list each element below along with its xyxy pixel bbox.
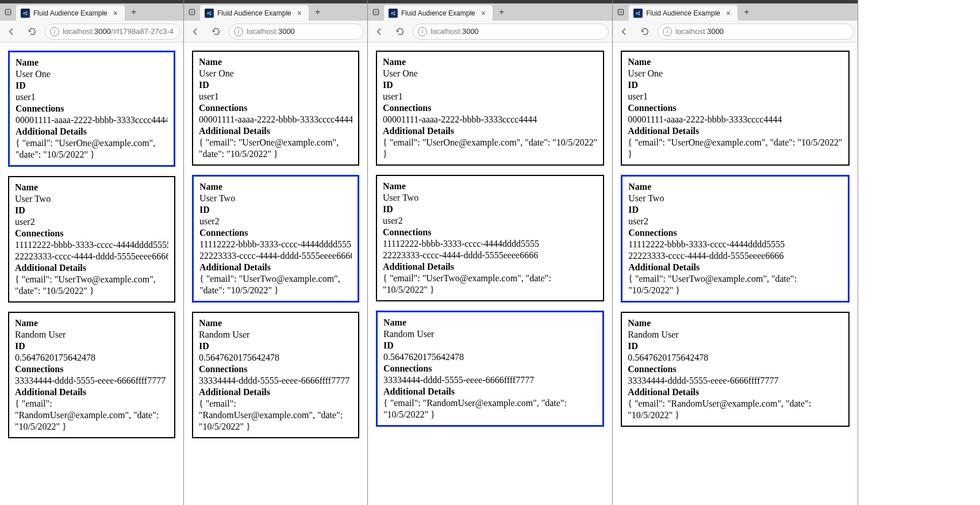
field-value: 0.5647620175642478	[628, 352, 842, 364]
field-label: Connections	[628, 364, 842, 375]
tab-strip: Fluid Audience Example×+	[368, 3, 612, 21]
close-tab-button[interactable]: ×	[724, 9, 733, 18]
field-label: Name	[628, 56, 842, 68]
svg-point-7	[210, 14, 212, 16]
site-info-icon[interactable]: i	[234, 27, 243, 36]
svg-point-15	[639, 14, 640, 16]
address-bar[interactable]: ilocalhost:3000	[413, 24, 609, 40]
field-value: 11112222-bbbb-3333-cccc-4444dddd5555	[628, 239, 841, 250]
field-value: { "email": "UserTwo@example.com", "date"…	[15, 274, 168, 297]
site-info-icon[interactable]: i	[50, 27, 59, 36]
new-tab-button[interactable]: +	[495, 5, 509, 19]
user-card[interactable]: NameUser OneIDuser1Connections00001111-a…	[8, 51, 175, 167]
page-content: NameUser OneIDuser1Connections00001111-a…	[368, 43, 612, 505]
url-text: localhost:3000	[675, 27, 724, 36]
address-bar[interactable]: ilocalhost:3000	[658, 24, 854, 40]
field-label: Additional Details	[199, 262, 352, 273]
field-value: 00001111-aaaa-2222-bbbb-3333cccc4444	[383, 114, 597, 125]
user-card[interactable]: NameUser TwoIDuser2Connections11112222-b…	[376, 175, 604, 301]
address-bar[interactable]: ilocalhost:3000	[229, 24, 364, 40]
browser-tab[interactable]: Fluid Audience Example×	[629, 5, 737, 21]
close-tab-button[interactable]: ×	[111, 9, 120, 18]
refresh-button[interactable]	[637, 24, 653, 40]
field-value: Random User	[199, 329, 352, 341]
field-value: User One	[16, 68, 168, 80]
tab-actions-button[interactable]	[186, 6, 198, 18]
address-bar[interactable]: ilocalhost:3000/#f1798a87-27c3-4	[45, 24, 180, 40]
tab-actions-button[interactable]	[370, 6, 382, 18]
field-value: user1	[199, 91, 352, 102]
user-card[interactable]: NameRandom UserID0.5647620175642478Conne…	[376, 311, 604, 427]
field-value: 00001111-aaaa-2222-bbbb-3333cccc4444	[199, 114, 352, 125]
field-value: 22223333-cccc-4444-dddd-5555eeee6666	[628, 250, 841, 262]
user-card[interactable]: NameRandom UserID0.5647620175642478Conne…	[192, 312, 359, 438]
browser-tab[interactable]: Fluid Audience Example×	[200, 5, 309, 21]
user-card[interactable]: NameRandom UserID0.5647620175642478Conne…	[621, 312, 849, 427]
field-value: User Two	[199, 193, 352, 204]
user-card[interactable]: NameUser TwoIDuser2Connections11112222-b…	[621, 175, 849, 303]
close-tab-button[interactable]: ×	[479, 9, 488, 18]
back-button[interactable]	[616, 24, 632, 40]
field-value: { "email": "UserTwo@example.com", "date"…	[199, 273, 352, 296]
field-value: 33334444-dddd-5555-eeee-6666ffff7777	[628, 375, 842, 387]
svg-rect-4	[189, 9, 194, 14]
field-value: 22223333-cccc-4444-dddd-5555eeee6666	[15, 251, 168, 262]
tab-title: Fluid Audience Example	[33, 9, 107, 17]
refresh-button[interactable]	[208, 24, 224, 40]
field-value: { "email": "UserTwo@example.com", "date"…	[383, 273, 597, 296]
refresh-button[interactable]	[392, 24, 408, 40]
user-card[interactable]: NameUser TwoIDuser2Connections11112222-b…	[8, 176, 175, 303]
field-label: ID	[15, 341, 168, 352]
field-label: Connections	[383, 363, 597, 374]
svg-point-14	[639, 12, 640, 13]
field-value: 33334444-dddd-5555-eeee-6666ffff7777	[15, 375, 168, 387]
field-value: Random User	[628, 329, 842, 341]
field-value: User One	[383, 68, 597, 79]
svg-point-10	[394, 12, 395, 13]
page-content: NameUser OneIDuser1Connections00001111-a…	[613, 43, 857, 505]
tab-strip: Fluid Audience Example×+	[0, 3, 183, 21]
toolbar: ilocalhost:3000	[368, 21, 612, 43]
field-label: Connections	[628, 227, 841, 239]
field-value: 22223333-cccc-4444-dddd-5555eeee6666	[199, 250, 352, 262]
back-button[interactable]	[371, 24, 387, 40]
field-value: 11112222-bbbb-3333-cccc-4444dddd5555	[15, 239, 168, 251]
tab-actions-button[interactable]	[2, 6, 14, 18]
user-card[interactable]: NameUser TwoIDuser2Connections11112222-b…	[192, 175, 359, 303]
favicon-icon	[389, 9, 398, 18]
browser-tab[interactable]: Fluid Audience Example×	[384, 5, 493, 21]
user-card[interactable]: NameRandom UserID0.5647620175642478Conne…	[8, 312, 175, 438]
tab-title: Fluid Audience Example	[217, 9, 291, 17]
tab-actions-button[interactable]	[615, 6, 627, 18]
field-label: Connections	[199, 364, 352, 375]
user-card[interactable]: NameUser OneIDuser1Connections00001111-a…	[376, 51, 604, 166]
field-label: Additional Details	[15, 262, 168, 274]
new-tab-button[interactable]: +	[311, 5, 325, 19]
site-info-icon[interactable]: i	[418, 27, 427, 36]
field-value: user2	[383, 215, 597, 227]
svg-point-5	[207, 12, 209, 14]
svg-point-1	[23, 12, 25, 14]
field-label: Name	[628, 317, 842, 329]
refresh-button[interactable]	[24, 24, 40, 40]
field-label: Connections	[383, 227, 597, 238]
back-button[interactable]	[3, 24, 20, 40]
new-tab-button[interactable]: +	[740, 5, 754, 19]
field-value: { "email": "RandomUser@example.com", "da…	[15, 398, 168, 433]
user-card[interactable]: NameUser OneIDuser1Connections00001111-a…	[192, 51, 359, 166]
field-label: Name	[15, 182, 168, 193]
browser-tab[interactable]: Fluid Audience Example×	[16, 5, 125, 21]
field-label: Additional Details	[199, 387, 352, 398]
close-tab-button[interactable]: ×	[295, 9, 304, 18]
field-label: Additional Details	[15, 387, 168, 398]
field-label: Name	[383, 56, 597, 68]
favicon-icon	[205, 9, 214, 18]
svg-point-2	[26, 12, 28, 13]
site-info-icon[interactable]: i	[663, 27, 672, 36]
field-value: user1	[383, 91, 597, 102]
new-tab-button[interactable]: +	[127, 5, 141, 19]
user-card[interactable]: NameUser OneIDuser1Connections00001111-a…	[621, 51, 849, 166]
back-button[interactable]	[187, 24, 203, 40]
browser-window: Fluid Audience Example×+ilocalhost:3000N…	[184, 0, 368, 505]
url-text: localhost:3000/#f1798a87-27c3-4	[63, 27, 174, 36]
